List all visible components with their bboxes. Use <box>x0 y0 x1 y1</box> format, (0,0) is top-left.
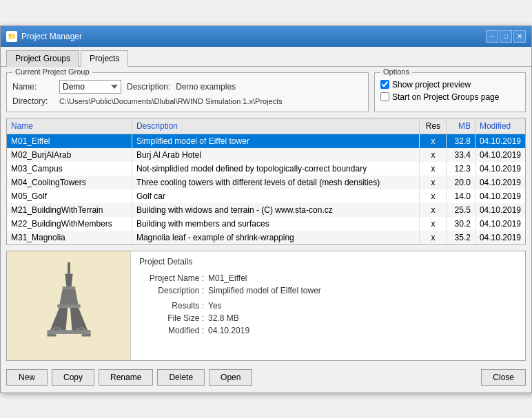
cell-res: x <box>420 176 447 189</box>
start-on-groups-checkbox[interactable] <box>380 92 389 101</box>
cell-res: x <box>420 148 447 162</box>
description-value: Demo examples <box>176 82 236 92</box>
cell-modified: 04.10.2019 <box>475 217 525 231</box>
detail-filesize-label: File Size : <box>139 313 208 323</box>
cell-modified: 04.10.2019 <box>475 148 525 162</box>
table-row[interactable]: M01_EiffelSimplified model of Eiffel tow… <box>7 134 525 148</box>
details-panel: Project Details Project Name : M01_Eiffe… <box>131 251 525 360</box>
cell-res: x <box>420 162 447 176</box>
cell-name: M22_BuildingWithMembers <box>7 217 132 231</box>
cell-mb: 25.5 <box>447 203 475 217</box>
cell-res: x <box>420 134 447 148</box>
name-row: Name: Demo Description: Demo examples <box>12 80 362 94</box>
cell-mb: 32.8 <box>447 134 475 148</box>
cell-name: M21_BuildingWithTerrain <box>7 203 132 217</box>
table-header-row: Name Description Res MB Modified <box>7 118 525 134</box>
detail-description-value: Simplified model of Eiffel tower <box>208 286 321 295</box>
tab-bar: Project Groups Projects <box>1 47 531 67</box>
right-button-group: Close <box>481 369 526 386</box>
detail-project-name-row: Project Name : M01_Eiffel <box>139 273 517 283</box>
svg-rect-0 <box>68 262 70 273</box>
cell-description: Not-simplidied model defined by topologi… <box>132 162 419 176</box>
col-header-res[interactable]: Res <box>420 118 447 134</box>
title-bar: 📁 Project Manager ─ □ ✕ <box>1 26 531 47</box>
cell-mb: 33.4 <box>447 148 475 162</box>
options-items: Show project preview Start on Project Gr… <box>380 80 520 102</box>
detail-project-name-label: Project Name : <box>139 273 208 283</box>
show-preview-checkbox[interactable] <box>380 80 389 89</box>
col-header-name[interactable]: Name <box>7 118 132 134</box>
maximize-button[interactable]: □ <box>500 30 512 43</box>
show-preview-label[interactable]: Show project preview <box>392 80 471 90</box>
projects-table-scroll[interactable]: Name Description Res MB Modified M01_Eif… <box>7 118 525 244</box>
table-row[interactable]: M03_CampusNot-simplidied model defined b… <box>7 162 525 176</box>
cell-modified: 04.10.2019 <box>475 231 525 244</box>
detail-project-name-value: M01_Eiffel <box>208 273 247 283</box>
app-icon: 📁 <box>6 31 17 42</box>
table-body: M01_EiffelSimplified model of Eiffel tow… <box>7 134 525 244</box>
table-row[interactable]: M02_BurjAlArabBurj Al Arab Hotelx33.404.… <box>7 148 525 162</box>
minimize-button[interactable]: ─ <box>486 30 498 43</box>
copy-button[interactable]: Copy <box>52 369 94 386</box>
title-bar-left: 📁 Project Manager <box>6 31 82 42</box>
cell-res: x <box>420 231 447 244</box>
tab-projects[interactable]: Projects <box>81 50 128 67</box>
projects-table: Name Description Res MB Modified M01_Eif… <box>7 118 525 244</box>
eiffel-preview <box>34 261 103 351</box>
svg-rect-8 <box>47 333 56 336</box>
options-box: Options Show project preview Start on Pr… <box>374 72 526 112</box>
cell-name: M02_BurjAlArab <box>7 148 132 162</box>
close-window-button[interactable]: ✕ <box>513 30 526 43</box>
name-select[interactable]: Demo <box>59 80 121 94</box>
cell-name: M05_Golf <box>7 189 132 203</box>
start-on-groups-row: Start on Project Groups page <box>380 92 520 102</box>
svg-marker-1 <box>65 273 72 286</box>
table-row[interactable]: M22_BuildingWithMembersBuilding with mem… <box>7 217 525 231</box>
detail-results-value: Yes <box>208 301 222 311</box>
directory-row: Directory: C:\Users\Public\Documents\Dlu… <box>12 96 362 106</box>
cell-mb: 20.0 <box>447 176 475 189</box>
tab-project-groups[interactable]: Project Groups <box>6 50 79 67</box>
new-button[interactable]: New <box>6 369 48 386</box>
col-header-mb[interactable]: MB <box>447 118 475 134</box>
rename-button[interactable]: Rename <box>99 369 153 386</box>
detail-results-row: Results : Yes <box>139 301 517 311</box>
svg-rect-2 <box>62 286 75 289</box>
cell-mb: 35.2 <box>447 231 475 244</box>
detail-description-row: Description : Simplified model of Eiffel… <box>139 286 517 295</box>
svg-rect-9 <box>81 333 90 336</box>
cell-mb: 30.2 <box>447 217 475 231</box>
cell-modified: 04.10.2019 <box>475 189 525 203</box>
table-row[interactable]: M31_MagnoliaMagnolia leaf - example of s… <box>7 231 525 244</box>
name-label: Name: <box>12 82 54 92</box>
current-project-group-box: Current Project Group Name: Demo Descrip… <box>6 72 369 112</box>
col-header-modified[interactable]: Modified <box>475 118 525 134</box>
cell-mb: 12.3 <box>447 162 475 176</box>
window-controls: ─ □ ✕ <box>486 30 526 43</box>
bottom-section: Project Details Project Name : M01_Eiffe… <box>6 251 526 361</box>
cell-description: Magnolia leaf - example of shrink-wrappi… <box>132 231 419 244</box>
cell-res: x <box>420 203 447 217</box>
description-label: Description: <box>127 82 170 92</box>
cell-name: M01_Eiffel <box>7 134 132 148</box>
detail-modified-label: Modified : <box>139 326 208 335</box>
cell-description: Three cooling towers with different leve… <box>132 176 419 189</box>
cell-description: Building with widows and terrain - (C) w… <box>132 203 419 217</box>
delete-button[interactable]: Delete <box>157 369 205 386</box>
col-header-description[interactable]: Description <box>132 118 419 134</box>
close-button[interactable]: Close <box>481 369 526 386</box>
directory-label: Directory: <box>12 96 54 106</box>
svg-rect-7 <box>47 330 90 334</box>
open-button[interactable]: Open <box>209 369 252 386</box>
svg-rect-4 <box>57 304 80 308</box>
cell-mb: 14.0 <box>447 189 475 203</box>
table-row[interactable]: M21_BuildingWithTerrainBuilding with wid… <box>7 203 525 217</box>
cell-description: Burj Al Arab Hotel <box>132 148 419 162</box>
details-title: Project Details <box>139 257 517 268</box>
start-on-groups-label[interactable]: Start on Project Groups page <box>392 92 499 102</box>
left-button-group: New Copy Rename Delete Open <box>6 369 252 386</box>
table-row[interactable]: M05_GolfGolf carx14.004.10.2019 <box>7 189 525 203</box>
cell-description: Building with members and surfaces <box>132 217 419 231</box>
table-row[interactable]: M04_CoolingTowersThree cooling towers wi… <box>7 176 525 189</box>
current-project-group-title: Current Project Group <box>12 67 92 76</box>
